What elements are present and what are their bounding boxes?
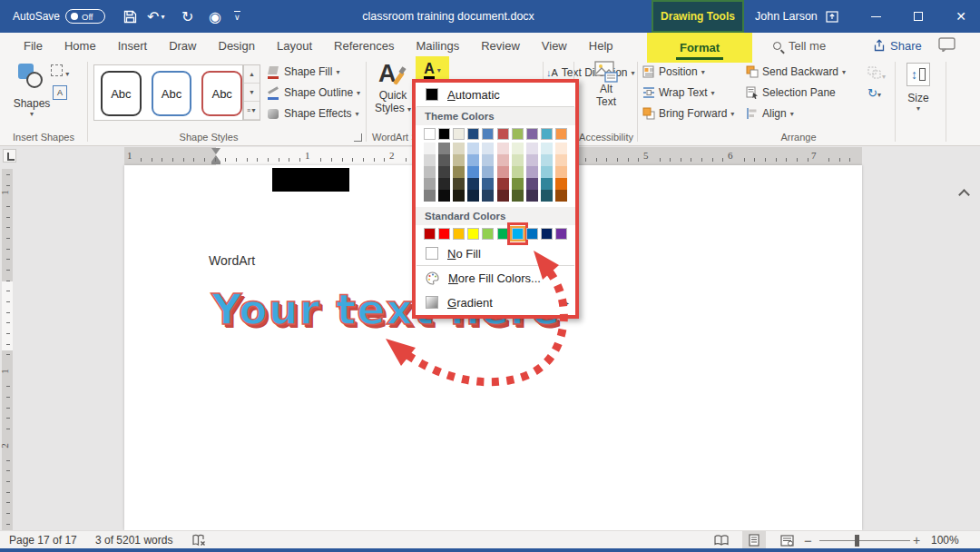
shape-fill-button[interactable]: Shape Fill▾ (267, 64, 360, 80)
undo-button[interactable]: ↶▾ (147, 0, 164, 33)
theme-variant-swatch[interactable] (453, 166, 465, 178)
theme-color-swatch[interactable] (497, 128, 509, 140)
theme-color-swatch[interactable] (453, 128, 465, 140)
position-button[interactable]: Position▾ (642, 64, 734, 80)
tab-stop-selector[interactable] (3, 149, 16, 163)
size-button[interactable]: ↕ Size ▾ (898, 63, 938, 113)
left-indent-marker[interactable] (211, 162, 220, 164)
tab-review[interactable]: Review (470, 39, 531, 53)
print-layout-button[interactable] (742, 531, 766, 549)
theme-variant-swatch[interactable] (526, 143, 538, 154)
rotate-objects-button[interactable]: ↻▾ (867, 86, 881, 100)
standard-color-swatch[interactable] (541, 228, 553, 240)
proofing-errors-button[interactable] (192, 531, 206, 549)
theme-variant-swatch[interactable] (555, 178, 567, 190)
theme-variant-swatch[interactable] (482, 154, 494, 166)
theme-variant-swatch[interactable] (526, 166, 538, 178)
gradient-item[interactable]: Gradient ▸ (416, 290, 575, 315)
close-button[interactable]: ✕ (947, 0, 975, 33)
tab-view[interactable]: View (531, 39, 578, 53)
theme-variant-swatch[interactable] (424, 166, 436, 178)
standard-color-swatch[interactable] (438, 228, 450, 240)
zoom-slider-track[interactable] (819, 540, 910, 541)
theme-variant-swatch[interactable] (453, 154, 465, 166)
theme-variant-swatch[interactable] (438, 143, 450, 154)
theme-variant-swatch[interactable] (467, 166, 479, 178)
autosave-toggle[interactable]: Off (65, 0, 105, 33)
theme-variant-swatch[interactable] (467, 190, 479, 202)
theme-variant-swatch[interactable] (482, 166, 494, 178)
send-backward-button[interactable]: Send Backward▾ (746, 64, 846, 80)
maximize-button[interactable] (905, 0, 932, 33)
comments-button[interactable] (938, 37, 956, 55)
no-fill-item[interactable]: No Fill (416, 242, 575, 265)
shape-outline-button[interactable]: Shape Outline▾ (267, 84, 360, 101)
automatic-color-item[interactable]: Automatic (416, 83, 575, 106)
group-objects-button[interactable]: ▾ (867, 66, 886, 82)
theme-variant-swatch[interactable] (438, 154, 450, 166)
ribbon-display-options-button[interactable] (818, 0, 846, 33)
tab-home[interactable]: Home (54, 39, 107, 53)
gallery-more-button[interactable]: ≡▼ (244, 102, 260, 120)
shape-effects-button[interactable]: Shape Effects▾ (267, 105, 360, 122)
shape-style-preset-1[interactable]: Abc (101, 71, 142, 116)
redo-button[interactable]: ↻ (181, 0, 193, 33)
qat-circle-icon[interactable]: ◉ (209, 0, 221, 33)
tab-format[interactable]: Format (647, 33, 752, 63)
theme-variant-swatch[interactable] (541, 190, 553, 202)
shape-style-preset-3[interactable]: Abc (201, 71, 242, 116)
vertical-ruler[interactable]: 112 (2, 169, 13, 530)
theme-variant-swatch[interactable] (438, 190, 450, 202)
word-count[interactable]: 3 of 5201 words (95, 531, 172, 549)
theme-variant-swatch[interactable] (512, 143, 524, 154)
web-layout-button[interactable] (775, 531, 799, 549)
standard-color-swatch[interactable] (467, 228, 479, 240)
standard-color-swatch[interactable] (482, 228, 494, 240)
standard-color-swatch[interactable] (555, 228, 567, 240)
theme-variant-swatch[interactable] (467, 154, 479, 166)
theme-variant-swatch[interactable] (512, 154, 524, 166)
tab-references[interactable]: References (323, 39, 405, 53)
theme-variant-swatch[interactable] (555, 143, 567, 154)
theme-variant-swatch[interactable] (512, 190, 524, 202)
quick-styles-button[interactable]: A Quick Styles ▾ (368, 60, 417, 114)
alt-text-button[interactable]: Alt Text (584, 61, 628, 108)
theme-variant-swatch[interactable] (541, 178, 553, 190)
theme-variant-swatch[interactable] (541, 143, 553, 154)
theme-variant-swatch[interactable] (424, 143, 436, 154)
theme-variant-swatch[interactable] (482, 190, 494, 202)
theme-variant-swatch[interactable] (453, 178, 465, 190)
theme-color-swatch[interactable] (467, 128, 479, 140)
selection-pane-button[interactable]: Selection Pane (746, 84, 846, 101)
edit-shape-button[interactable]: ▾ (51, 64, 69, 79)
wrap-text-button[interactable]: Wrap Text▾ (642, 84, 734, 101)
bring-forward-button[interactable]: Bring Forward▾ (642, 105, 734, 122)
theme-color-swatch[interactable] (438, 128, 450, 140)
theme-variant-swatch[interactable] (497, 166, 509, 178)
shape-style-preset-2[interactable]: Abc (152, 71, 192, 116)
theme-variant-swatch[interactable] (512, 178, 524, 190)
save-button[interactable] (123, 0, 137, 33)
theme-color-swatch[interactable] (512, 128, 524, 140)
theme-variant-swatch[interactable] (497, 178, 509, 190)
tell-me-box[interactable]: Tell me (773, 33, 826, 58)
tab-mailings[interactable]: Mailings (406, 39, 471, 53)
theme-variant-swatch[interactable] (424, 154, 436, 166)
collapse-ribbon-button[interactable] (958, 189, 970, 201)
tab-file[interactable]: File (13, 39, 54, 53)
theme-variant-swatch[interactable] (526, 154, 538, 166)
theme-color-swatch[interactable] (482, 128, 494, 140)
theme-variant-swatch[interactable] (424, 190, 436, 202)
tab-design[interactable]: Design (208, 39, 266, 53)
tab-insert[interactable]: Insert (107, 39, 159, 53)
tab-layout[interactable]: Layout (266, 39, 323, 53)
zoom-out-button[interactable]: − (804, 531, 812, 549)
more-fill-colors-item[interactable]: More Fill Colors... (416, 266, 575, 290)
theme-variant-swatch[interactable] (467, 178, 479, 190)
standard-color-swatch[interactable] (526, 228, 538, 240)
shape-styles-dialog-launcher[interactable] (354, 133, 362, 142)
theme-variant-swatch[interactable] (497, 143, 509, 154)
theme-color-swatch[interactable] (424, 128, 436, 140)
shapes-button[interactable]: Shapes ▾ (11, 62, 53, 118)
theme-color-swatch[interactable] (555, 128, 567, 140)
